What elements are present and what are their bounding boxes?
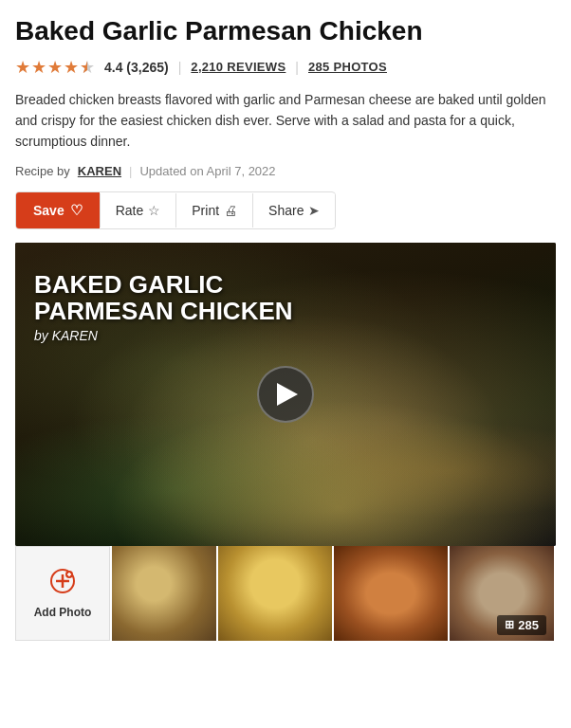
reviews-link[interactable]: 2,210 REVIEWS xyxy=(191,60,286,74)
rating-row: ★ ★ ★ ★ ★ ★ 4.4 (3,265) | 2,210 REVIEWS … xyxy=(15,57,556,78)
author-row: Recipe by KAREN | Updated on April 7, 20… xyxy=(15,164,556,178)
photos-link[interactable]: 285 PHOTOS xyxy=(308,60,387,74)
author-link[interactable]: KAREN xyxy=(78,164,121,178)
updated-date: Updated on April 7, 2022 xyxy=(139,164,275,178)
rating-score: 4.4 (3,265) xyxy=(104,60,169,75)
play-icon xyxy=(277,383,298,406)
save-label: Save xyxy=(33,203,64,218)
recipe-title: Baked Garlic Parmesan Chicken xyxy=(15,15,556,47)
rate-button[interactable]: Rate ☆ xyxy=(100,193,176,228)
photo-4-image xyxy=(334,546,448,641)
add-photo-button[interactable]: Add Photo xyxy=(15,546,110,641)
share-icon: ➤ xyxy=(308,203,320,218)
print-label: Print xyxy=(192,203,219,218)
photo-3-image xyxy=(218,546,332,641)
star-2: ★ xyxy=(31,57,46,78)
add-photo-label: Add Photo xyxy=(34,606,92,619)
print-button[interactable]: Print 🖨 xyxy=(175,193,252,228)
star-5-half: ★ ★ xyxy=(80,57,95,78)
print-icon: 🖨 xyxy=(224,203,237,218)
recipe-description: Breaded chicken breasts flavored with ga… xyxy=(15,89,556,153)
photo-count: 285 xyxy=(518,618,539,632)
photo-thumb-3[interactable] xyxy=(218,546,332,641)
star-4: ★ xyxy=(64,57,79,78)
star-3: ★ xyxy=(47,57,63,78)
video-title-line1: BAKED GARLIC xyxy=(34,271,293,299)
save-button[interactable]: Save ♡ xyxy=(16,192,100,228)
rate-label: Rate xyxy=(116,203,144,218)
video-container[interactable]: BAKED GARLIC PARMESAN CHICKEN by KAREN xyxy=(15,243,556,546)
video-title-overlay: BAKED GARLIC PARMESAN CHICKEN by KAREN xyxy=(34,271,293,344)
action-bar: Save ♡ Rate ☆ Print 🖨 Share ➤ xyxy=(15,191,336,229)
video-title-line2: PARMESAN CHICKEN xyxy=(34,298,293,325)
photo-thumb-4[interactable] xyxy=(334,546,448,641)
photo-thumb-5-count[interactable]: ⊞ 285 xyxy=(450,546,554,641)
star-1: ★ xyxy=(15,57,30,78)
photo-count-badge: ⊞ 285 xyxy=(497,615,546,635)
star-outline-icon: ☆ xyxy=(148,203,160,218)
divider-2: | xyxy=(295,60,299,75)
heart-icon: ♡ xyxy=(70,202,83,219)
play-button[interactable] xyxy=(257,366,314,423)
share-button[interactable]: Share ➤ xyxy=(252,193,335,228)
photo-thumb-2[interactable] xyxy=(112,546,216,641)
photo-strip: Add Photo ⊞ 285 xyxy=(15,546,556,641)
image-stack-icon: ⊞ xyxy=(505,618,514,631)
star-rating: ★ ★ ★ ★ ★ ★ xyxy=(15,57,95,78)
share-label: Share xyxy=(268,203,304,218)
photo-2-image xyxy=(112,546,216,641)
divider-1: | xyxy=(178,60,182,75)
video-byline: by KAREN xyxy=(34,329,293,343)
recipe-by-label: Recipe by xyxy=(15,164,70,178)
add-photo-icon xyxy=(48,567,77,602)
